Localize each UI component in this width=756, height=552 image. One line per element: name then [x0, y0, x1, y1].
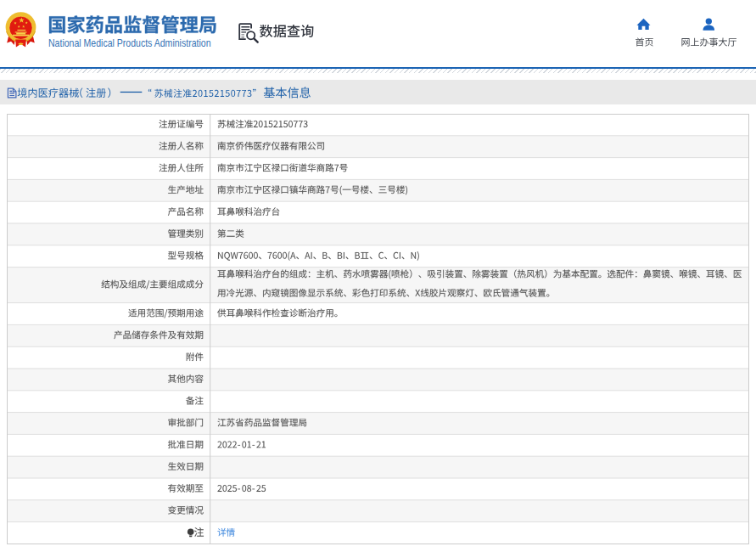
svg-text:National Medical Products Admi: National Medical Products Administration: [48, 37, 211, 49]
